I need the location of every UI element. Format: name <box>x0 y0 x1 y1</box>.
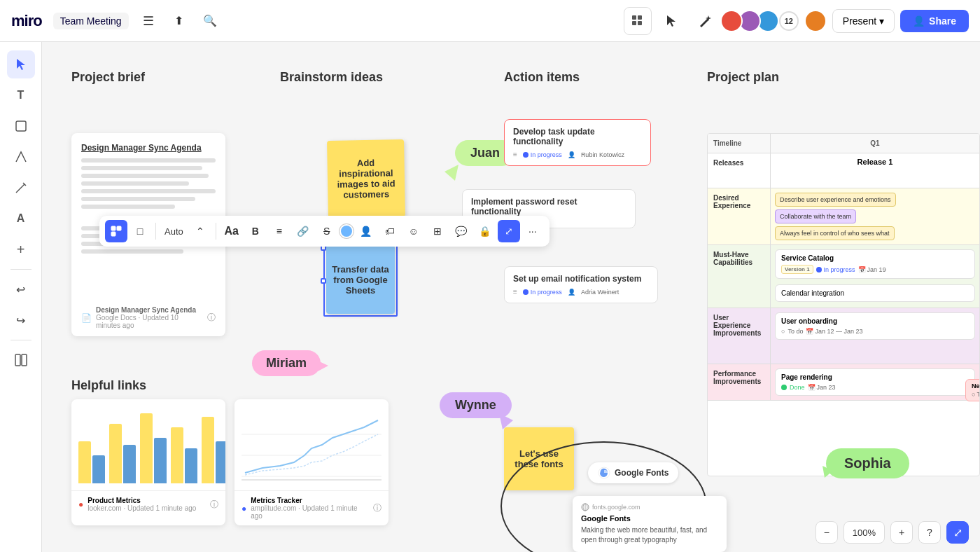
doc-link-title: Design Manager Sync Agenda <box>96 306 203 314</box>
toolbar-color-picker[interactable] <box>340 224 354 238</box>
sidebar-cursor-tool[interactable] <box>7 50 35 78</box>
zoom-level-display: 100% <box>844 521 885 544</box>
service-catalog-title: Service Catalog <box>781 254 969 262</box>
doc-line-11 <box>81 249 183 254</box>
bar-group-3 <box>140 413 167 483</box>
section-helpful-links: Helpful links <box>71 378 146 393</box>
search-icon[interactable]: 🔍 <box>199 10 221 32</box>
ux-date: 📅 Jan 12 — Jan 23 <box>806 328 862 335</box>
looker-icon: ● <box>78 499 83 509</box>
fonts-sticky[interactable]: Let's use these fonts <box>504 427 574 490</box>
magic-tool-btn[interactable] <box>691 7 719 35</box>
gfonts-chip[interactable]: Google Fonts <box>588 462 678 483</box>
pp-label-must-have: Must-Have Capabilities <box>708 245 771 308</box>
board-name[interactable]: Team Meeting <box>53 13 129 29</box>
svg-marker-11 <box>444 165 458 181</box>
handle-ml[interactable] <box>321 278 326 284</box>
sidebar-connector-tool[interactable] <box>7 143 35 171</box>
upload-icon[interactable]: ⬆ <box>168 10 190 32</box>
doc-footer: 📄 Design Manager Sync Agenda Google Docs… <box>81 306 216 329</box>
action-card-3-title: Set up email notification system <box>513 274 649 284</box>
user-onboarding-title: User onboarding <box>781 317 969 325</box>
gfonts-url: fonts.google.com <box>581 503 718 511</box>
gfonts-title: Google Fonts <box>581 514 718 523</box>
zoom-in-button[interactable]: + <box>890 521 913 544</box>
doc-line-4 <box>81 181 189 186</box>
pp-row-ux: User Experience Improvements User onboar… <box>708 308 979 364</box>
toolbar-mention[interactable]: 👤 <box>355 220 377 242</box>
sidebar-sticky-tool[interactable] <box>7 112 35 140</box>
chart-1-footer: ● Product Metrics looker.com · Updated 1… <box>71 490 225 518</box>
toolbar-bold[interactable]: B <box>244 220 267 242</box>
toolbar-auto-label[interactable]: Auto <box>160 226 188 237</box>
pp-content-performance: Page rendering Done 📅 Jan 23 <box>771 364 979 400</box>
bar-4a <box>171 427 183 483</box>
sidebar-pen-tool[interactable] <box>7 174 35 202</box>
present-button[interactable]: Present ▾ <box>832 9 895 33</box>
menu-icon[interactable]: ☰ <box>137 10 160 32</box>
service-status: In progress <box>816 266 855 273</box>
sidebar-add-tool[interactable]: + <box>7 235 35 263</box>
toolbar-font[interactable]: Aa <box>220 220 243 242</box>
chart-card-2: ● Metrics Tracker amplitude.com · Update… <box>234 399 388 525</box>
project-plan-table: Timeline Q1 Releases Release 1 Desired E… <box>707 133 980 476</box>
avatar-count: 12 <box>779 11 799 31</box>
section-project-brief: Project brief <box>71 70 145 85</box>
sidebar-text-tool[interactable]: T <box>7 81 35 109</box>
share-button[interactable]: 👤 Share <box>900 10 969 32</box>
toolbar-emoji[interactable]: ☺ <box>402 220 425 242</box>
brainstorm-sticky-2[interactable]: Transfer data from Google Sheets <box>326 245 395 314</box>
wynne-callout-area: Wynne <box>440 392 512 418</box>
pp-row-desired: Desired Experience Describe user experie… <box>708 188 979 245</box>
toolbar-comment[interactable]: 💬 <box>450 220 472 242</box>
pp-label-performance: Performance Improvements <box>708 364 771 400</box>
toolbar-divider-1 <box>155 223 156 240</box>
svg-rect-3 <box>638 21 642 25</box>
fit-screen-button[interactable]: ⤢ <box>946 521 969 544</box>
sidebar-redo-tool[interactable]: ↪ <box>7 306 35 334</box>
toolbar-align[interactable]: ≡ <box>268 220 290 242</box>
sidebar-undo-tool[interactable]: ↩ <box>7 275 35 303</box>
pp-label-ux: User Experience Improvements <box>708 308 771 364</box>
toolbar-divider-2 <box>216 223 216 240</box>
amplitude-icon: ● <box>241 504 246 513</box>
toolbar-resize-tool[interactable] <box>105 220 127 242</box>
bar-3a <box>140 413 153 483</box>
juan-arrow <box>441 161 462 182</box>
toolbar-auto-expand[interactable]: ⌃ <box>189 220 211 242</box>
toolbar-tag[interactable]: 🏷 <box>379 220 401 242</box>
pp-header: Timeline Q1 <box>708 134 979 153</box>
toolbar-frame-tool[interactable]: □ <box>129 220 151 242</box>
apps-button[interactable] <box>624 7 652 35</box>
sidebar-shapes-tool[interactable]: A <box>7 205 35 233</box>
toolbar-expand[interactable]: ⤢ <box>498 220 520 242</box>
chart-2-source: amplitude.com · Updated 1 minute ago <box>251 504 369 520</box>
toolbar-lock[interactable]: 🔒 <box>474 220 496 242</box>
toolbar-strikethrough[interactable]: S <box>316 220 338 242</box>
brainstorm-sticky-1[interactable]: Add inspirational images to aid customer… <box>327 139 405 218</box>
svg-rect-6 <box>15 354 20 366</box>
sidebar-divider-2 <box>10 340 31 340</box>
calendar-integration-label: Calendar integration <box>781 289 969 297</box>
callout-miriam: Miriam <box>252 350 321 376</box>
cursor-tool-btn[interactable] <box>657 7 685 35</box>
chart-1-source: looker.com · Updated 1 minute ago <box>88 504 196 512</box>
bar-4b <box>185 448 197 483</box>
toolbar-table[interactable]: ⊞ <box>426 220 449 242</box>
toolbar-more[interactable]: ··· <box>522 220 544 242</box>
main-canvas[interactable]: Project brief Brainstorm ideas Action it… <box>42 42 980 552</box>
action-card-1-meta: ≡ In progress 👤 Rubin Kotowicz <box>513 151 642 158</box>
action-card-3-meta: ≡ In progress 👤 Adria Weinert <box>513 288 649 296</box>
doc-line-3 <box>81 174 209 178</box>
zoom-out-button[interactable]: − <box>816 521 838 544</box>
pp-row-performance: Performance Improvements Page rendering … <box>708 364 979 401</box>
sidebar-panel-tool[interactable] <box>7 346 35 374</box>
pp-content-desired: Describe user experience and emotions Co… <box>771 188 979 244</box>
doc-line-1 <box>81 158 216 163</box>
action-card-1: Develop task update functionality ≡ In p… <box>504 119 651 166</box>
todo-icon: ○ <box>781 328 785 335</box>
pp-content-releases: Release 1 <box>771 153 979 188</box>
help-button[interactable]: ? <box>918 521 941 544</box>
pp-label-desired: Desired Experience <box>708 188 771 244</box>
toolbar-link[interactable]: 🔗 <box>292 220 314 242</box>
